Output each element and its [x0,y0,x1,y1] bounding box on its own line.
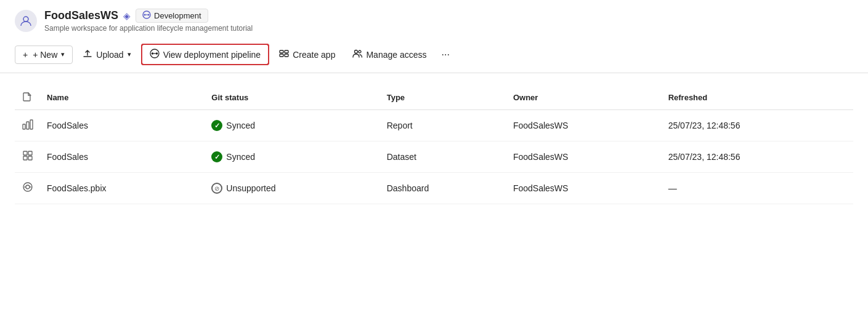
svg-rect-10 [280,54,283,57]
row-type-0: Report [379,110,506,141]
new-button-label: + New [33,50,57,60]
dev-badge[interactable]: Development [136,9,208,23]
manage-access-button[interactable]: Manage access [345,45,434,64]
table-header-row: Name Git status Type Owner Refreshed [15,85,853,110]
upload-label: Upload [96,50,123,60]
synced-icon [211,151,222,162]
svg-rect-15 [26,122,29,129]
table-row: FoodSalesSyncedReportFoodSalesWS25/07/23… [15,110,853,141]
diamond-icon: ◈ [123,10,131,22]
col-header-name: Name [39,85,204,110]
svg-rect-8 [280,50,283,53]
row-git-status-2: ⊘Unsupported [204,173,379,204]
row-owner-0: FoodSalesWS [506,110,661,141]
deployment-icon [150,49,160,60]
svg-rect-14 [23,124,25,129]
row-type-1: Dataset [379,141,506,173]
row-type-2: Dashboard [379,173,506,204]
svg-point-0 [23,17,28,22]
row-git-status-0: Synced [204,110,379,141]
svg-point-3 [148,14,150,16]
workspace-header: FoodSalesWS ◈ Development Sample workspa… [0,0,868,39]
row-icon-0 [15,110,39,141]
svg-rect-16 [30,120,33,129]
synced-icon [211,120,222,131]
items-table: Name Git status Type Owner Refreshed Foo… [15,85,853,204]
svg-point-6 [155,52,158,55]
new-button[interactable]: + + New ▾ [15,46,73,64]
toolbar: + + New ▾ Upload ▾ View deployment pipel… [0,39,868,73]
avatar [15,10,37,32]
pipeline-badge-icon [142,10,151,21]
view-deployment-pipeline-button[interactable]: View deployment pipeline [141,44,270,65]
col-header-git-status: Git status [204,85,379,110]
create-app-button[interactable]: Create app [272,45,343,64]
workspace-name: FoodSalesWS [44,9,118,22]
more-options-button[interactable]: ··· [437,46,455,64]
row-refreshed-0: 25/07/23, 12:48:56 [661,110,853,141]
svg-point-12 [355,50,358,54]
table-row: FoodSalesSyncedDatasetFoodSalesWS25/07/2… [15,141,853,173]
file-header-icon [22,94,32,103]
col-header-icon [15,85,39,110]
plus-icon: + [23,50,28,60]
create-app-label: Create app [293,50,335,60]
manage-access-icon [352,49,362,60]
workspace-subtitle: Sample workspace for application lifecyc… [44,24,253,33]
upload-chevron-icon: ▾ [128,50,131,58]
upload-button[interactable]: Upload ▾ [75,45,138,64]
dev-badge-label: Development [154,11,201,20]
svg-point-22 [26,185,30,189]
svg-point-2 [144,14,146,16]
row-name-1[interactable]: FoodSales [39,141,204,173]
svg-rect-18 [28,151,32,155]
row-icon-1 [15,141,39,173]
synced-label: Synced [226,152,255,162]
row-name-0[interactable]: FoodSales [39,110,204,141]
workspace-info: FoodSalesWS ◈ Development Sample workspa… [44,9,253,33]
table-row: FoodSales.pbix⊘UnsupportedDashboardFoodS… [15,173,853,204]
col-header-refreshed: Refreshed [661,85,853,110]
pipeline-button-label: View deployment pipeline [163,50,261,60]
row-icon-2 [15,173,39,204]
svg-rect-20 [28,156,32,160]
col-header-type: Type [379,85,506,110]
unsupported-label: Unsupported [226,183,275,193]
upload-icon [83,49,92,60]
unsupported-icon: ⊘ [211,183,222,194]
row-refreshed-2: — [661,173,853,204]
svg-rect-19 [23,156,27,160]
svg-point-5 [151,52,153,55]
svg-rect-9 [285,50,288,53]
svg-point-13 [359,50,361,53]
create-app-icon [279,49,289,60]
row-git-status-1: Synced [204,141,379,173]
col-header-owner: Owner [506,85,661,110]
manage-access-label: Manage access [366,50,426,60]
row-refreshed-1: 25/07/23, 12:48:56 [661,141,853,173]
new-chevron-icon: ▾ [61,50,65,58]
content-area: Name Git status Type Owner Refreshed Foo… [0,73,868,217]
synced-label: Synced [226,121,255,130]
svg-rect-17 [23,151,27,155]
row-owner-2: FoodSalesWS [506,173,661,204]
row-name-2[interactable]: FoodSales.pbix [39,173,204,204]
row-owner-1: FoodSalesWS [506,141,661,173]
svg-rect-11 [285,54,288,57]
more-icon: ··· [442,49,450,60]
